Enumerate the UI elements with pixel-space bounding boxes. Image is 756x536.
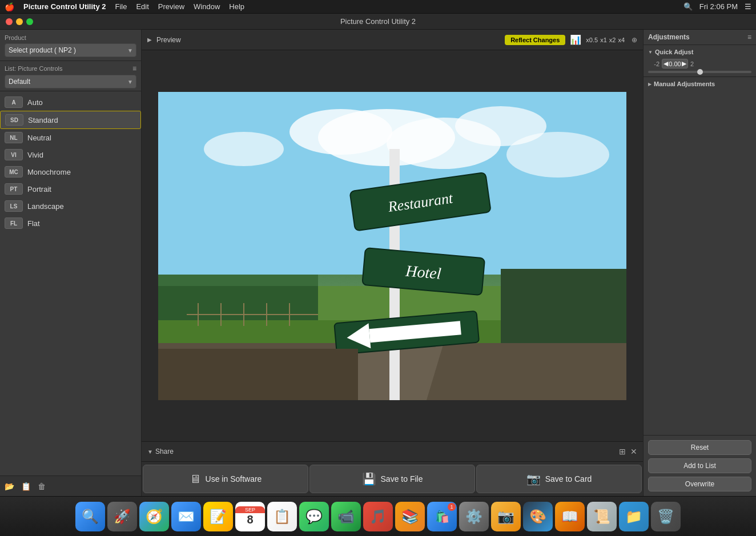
close-button[interactable] xyxy=(6,18,13,25)
share-expand-arrow[interactable]: ▼ xyxy=(147,449,153,455)
reset-button[interactable]: Reset xyxy=(648,440,751,455)
preview-label: Preview xyxy=(156,36,181,44)
pc-item-monochrome[interactable]: MC Monochrome xyxy=(0,163,141,180)
manual-adjustments-header: ▶ Manual Adjustments xyxy=(648,80,751,87)
dock-script[interactable]: 📜 xyxy=(587,502,617,531)
dock-music[interactable]: 🎵 xyxy=(363,502,393,531)
pc-badge-vivid: VI xyxy=(5,149,23,160)
menu-preview[interactable]: Preview xyxy=(158,2,184,11)
dock-appstore[interactable]: 🛍️ 1 xyxy=(427,502,457,531)
app-icon: 🖥 xyxy=(190,473,201,486)
dock-facetime[interactable]: 📹 xyxy=(331,502,361,531)
svg-point-2 xyxy=(289,109,392,155)
share-label: Share xyxy=(155,448,174,456)
pc-item-standard[interactable]: SD Standard xyxy=(0,111,141,129)
pc-item-auto[interactable]: A Auto xyxy=(0,94,141,111)
dock-books[interactable]: 📚 xyxy=(395,502,425,531)
pc-item-vivid[interactable]: VI Vivid xyxy=(0,146,141,163)
copy-icon[interactable]: 📋 xyxy=(21,482,31,491)
slider-value-box[interactable]: ◀ 0.00 ▶ xyxy=(662,59,688,68)
dock-finder[interactable]: 🔍 xyxy=(75,502,105,531)
zoom-controls: x0.5 x1 x2 x4 xyxy=(586,37,625,43)
preview-toolbar: ▶ Preview Reflect Changes 📊 x0.5 x1 x2 x… xyxy=(142,30,643,50)
dock-safari[interactable]: 🧭 xyxy=(139,502,169,531)
quick-adjust-section: ▼ Quick Adjust -2 ◀ 0.00 ▶ 2 xyxy=(644,45,756,77)
full-slider-thumb[interactable] xyxy=(697,69,703,75)
quick-adjust-expand[interactable]: ▼ xyxy=(648,50,653,55)
apple-menu[interactable]: 🍎 xyxy=(5,2,14,11)
full-slider-track[interactable] xyxy=(648,71,751,73)
pc-badge-standard: SD xyxy=(5,114,23,126)
dock: 🔍 🚀 🧭 ✉️ 📝 SEP 8 📋 💬 📹 🎵 📚 🛍️ 1 ⚙️ 📷 🎨 📖… xyxy=(0,496,756,536)
zoom-slider-icon[interactable]: ⊕ xyxy=(632,36,637,44)
reflect-changes-button[interactable]: Reflect Changes xyxy=(505,35,565,45)
histogram-icon[interactable]: 📊 xyxy=(570,34,581,45)
manual-adj-expand[interactable]: ▶ xyxy=(648,82,652,87)
pc-item-landscape[interactable]: LS Landscape xyxy=(0,198,141,215)
dock-books2[interactable]: 📖 xyxy=(555,502,585,531)
zoom-x4[interactable]: x4 xyxy=(618,37,625,43)
menu-file[interactable]: File xyxy=(115,2,127,11)
menu-edit[interactable]: Edit xyxy=(136,2,148,11)
zoom-x2[interactable]: x2 xyxy=(609,37,616,43)
add-to-list-button[interactable]: Add to List xyxy=(648,458,751,473)
pc-label-auto: Auto xyxy=(27,98,43,107)
pc-badge-portrait: PT xyxy=(5,183,23,195)
dock-mail[interactable]: ✉️ xyxy=(171,502,201,531)
dock-files[interactable]: 📁 xyxy=(619,502,649,531)
dock-messages[interactable]: 💬 xyxy=(299,502,329,531)
preview-image-container: Restaurant Hotel xyxy=(142,50,643,441)
share-close-icon[interactable]: ✕ xyxy=(630,447,637,456)
dock-preferences[interactable]: ⚙️ xyxy=(459,502,489,531)
slider-right-arrow[interactable]: ▶ xyxy=(682,60,686,67)
preview-image: Restaurant Hotel xyxy=(158,92,626,400)
save-to-file-button[interactable]: 💾 Save to File xyxy=(309,465,475,493)
svg-point-6 xyxy=(506,132,609,178)
share-bar: ▼ Share ⊞ ✕ xyxy=(142,441,643,462)
main-layout: Product Select product ( NP2 ) ▼ List: P… xyxy=(0,30,756,496)
save-to-card-label: Save to Card xyxy=(545,474,592,483)
dock-launchpad[interactable]: 🚀 xyxy=(107,502,137,531)
delete-icon[interactable]: 🗑 xyxy=(38,482,46,491)
quick-adjust-title: Quick Adjust xyxy=(655,49,693,55)
default-select-wrapper: Default ▼ xyxy=(5,75,136,88)
dock-trash[interactable]: 🗑️ xyxy=(651,502,681,531)
zoom-x1[interactable]: x1 xyxy=(600,37,607,43)
dock-reminders[interactable]: 📋 xyxy=(267,502,297,531)
pc-label-flat: Flat xyxy=(27,219,40,228)
maximize-button[interactable] xyxy=(26,18,33,25)
list-label: List: Picture Controls xyxy=(5,65,62,72)
spotlight-icon[interactable]: 🔍 xyxy=(683,2,693,11)
folder-icon[interactable]: 📂 xyxy=(5,482,14,491)
menu-window[interactable]: Window xyxy=(194,2,220,11)
product-select[interactable]: Select product ( NP2 ) xyxy=(5,43,136,57)
save-to-card-button[interactable]: 📷 Save to Card xyxy=(476,465,642,493)
default-select[interactable]: Default xyxy=(5,75,136,88)
left-panel: Product Select product ( NP2 ) ▼ List: P… xyxy=(0,30,142,496)
dock-notes[interactable]: 📝 xyxy=(203,502,233,531)
adjustments-title: Adjustments xyxy=(648,33,690,41)
control-center-icon[interactable]: ☰ xyxy=(745,2,751,11)
pc-item-flat[interactable]: FL Flat xyxy=(0,215,141,232)
share-icons: ⊞ ✕ xyxy=(619,447,637,456)
pc-item-neutral[interactable]: NL Neutral xyxy=(0,129,141,146)
share-expand-icon[interactable]: ⊞ xyxy=(619,447,626,456)
dock-nikon[interactable]: 📷 xyxy=(491,502,521,531)
list-header: List: Picture Controls ≡ xyxy=(5,65,136,72)
zoom-x05[interactable]: x0.5 xyxy=(586,37,598,43)
pc-item-portrait[interactable]: PT Portrait xyxy=(0,180,141,198)
manual-adjustments-title: Manual Adjustments xyxy=(654,80,715,87)
right-panel-bottom: Reset Add to List Overwrite xyxy=(644,435,756,496)
pc-label-neutral: Neutral xyxy=(27,134,51,142)
use-in-software-button[interactable]: 🖥 Use in Software xyxy=(143,465,308,493)
menubar: 🍎 Picture Control Utility 2 File Edit Pr… xyxy=(0,0,756,14)
dock-pcu[interactable]: 🎨 xyxy=(523,502,553,531)
dock-calendar[interactable]: SEP 8 xyxy=(235,502,265,531)
slider-left-arrow[interactable]: ◀ xyxy=(663,60,668,67)
preview-expand-arrow[interactable]: ▶ xyxy=(147,37,152,43)
pc-badge-flat: FL xyxy=(5,217,23,229)
overwrite-button[interactable]: Overwrite xyxy=(648,477,751,491)
minimize-button[interactable] xyxy=(16,18,23,25)
adjustments-settings-icon[interactable]: ≡ xyxy=(747,33,751,41)
menu-help[interactable]: Help xyxy=(229,2,244,11)
